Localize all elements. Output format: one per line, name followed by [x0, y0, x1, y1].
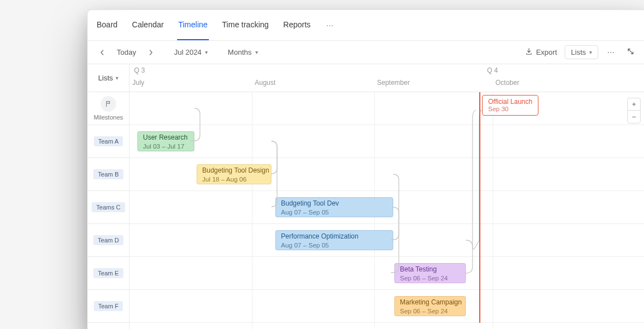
minus-icon: −	[632, 113, 636, 121]
task-bar[interactable]: Marketing CampaignSep 06 – Sep 24	[394, 296, 466, 316]
expand-icon	[627, 47, 635, 57]
list-row-header[interactable]: Team F	[88, 290, 129, 323]
view-tab-time-tracking[interactable]: Time tracking	[221, 10, 270, 40]
chevron-down-icon: ▾	[589, 49, 592, 55]
list-row-header[interactable]: Teams C	[88, 191, 129, 224]
today-button[interactable]: Today	[113, 46, 140, 59]
task-bar-dates: Sep 06 – Sep 24	[400, 274, 460, 283]
time-axis-header: Q 3Q 4JulyAugustSeptemberOctober	[130, 64, 644, 92]
next-button[interactable]	[144, 46, 158, 59]
plus-icon: +	[632, 100, 636, 108]
more-icon: ⋯	[326, 21, 333, 30]
month-label: July	[132, 79, 144, 87]
task-bar-dates: Jul 18 – Aug 06	[202, 175, 266, 184]
task-bar[interactable]: Budgeting Tool DevAug 07 – Sep 05	[275, 197, 393, 217]
chevron-down-icon: ▾	[205, 49, 208, 55]
fullscreen-button[interactable]	[623, 45, 638, 60]
lists-filter-label: Lists	[571, 48, 586, 56]
chevron-down-icon: ▾	[116, 75, 118, 81]
download-icon	[525, 47, 533, 57]
milestones-row-header: Milestones	[88, 92, 129, 125]
milestone-marker	[479, 92, 480, 323]
month-label: October	[495, 79, 519, 87]
more-options-button[interactable]: ⋯	[603, 45, 618, 60]
task-bar-dates: Jul 03 – Jul 17	[143, 142, 189, 151]
tabs-more-button[interactable]: ⋯	[324, 21, 336, 30]
date-selector[interactable]: Jul 2024 ▾	[171, 46, 211, 59]
view-tab-reports[interactable]: Reports	[282, 10, 312, 40]
milestones-row	[130, 92, 644, 125]
view-tab-label: Calendar	[132, 20, 164, 29]
quarter-label: Q 3	[134, 66, 145, 74]
view-tab-board[interactable]: Board	[96, 10, 118, 40]
milestone-date: Sep 30	[488, 106, 532, 112]
chevron-down-icon: ▾	[255, 49, 258, 55]
lists-filter-button[interactable]: Lists ▾	[565, 45, 598, 59]
view-tab-timeline[interactable]: Timeline	[177, 10, 208, 40]
task-bar[interactable]: Performance OptimizationAug 07 – Sep 05	[275, 230, 393, 250]
timeline-row: Marketing CampaignSep 06 – Sep 24	[130, 290, 644, 323]
task-bar-dates: Sep 06 – Sep 24	[400, 307, 460, 316]
view-tabs: BoardCalendarTimelineTime trackingReport…	[88, 10, 644, 41]
list-name-pill: Team B	[93, 169, 123, 179]
flag-icon	[101, 96, 116, 112]
list-name-pill: Team F	[94, 301, 123, 311]
timeline-row: Performance OptimizationAug 07 – Sep 05	[130, 224, 644, 257]
view-tab-label: Time tracking	[222, 20, 269, 29]
task-bar[interactable]: User ResearchJul 03 – Jul 17	[137, 131, 194, 151]
task-bar[interactable]: Budgeting Tool DesignJul 18 – Aug 06	[197, 164, 271, 184]
view-tab-label: Timeline	[178, 20, 207, 29]
task-bar-title: Beta Testing	[400, 265, 460, 274]
zoom-in-button[interactable]: +	[628, 98, 640, 111]
view-tab-calendar[interactable]: Calendar	[131, 10, 165, 40]
timeline-row: Budgeting Tool DevAug 07 – Sep 05	[130, 191, 644, 224]
timeline-row: Beta TestingSep 06 – Sep 24	[130, 257, 644, 290]
view-tab-label: Reports	[283, 20, 311, 29]
export-button[interactable]: Export	[522, 45, 561, 59]
list-row-header[interactable]: Team E	[88, 257, 129, 290]
milestones-label: Milestones	[94, 114, 123, 121]
list-name-pill: Team E	[93, 268, 123, 278]
list-row-header[interactable]: Team A	[88, 125, 129, 158]
view-tab-label: Board	[97, 20, 117, 29]
export-button-label: Export	[536, 48, 557, 56]
timeline-rows: User ResearchJul 03 – Jul 17Budgeting To…	[130, 92, 644, 329]
date-selector-label: Jul 2024	[174, 48, 202, 56]
timeline-window: BoardCalendarTimelineTime trackingReport…	[87, 9, 644, 329]
zoom-out-button[interactable]: −	[628, 111, 640, 123]
list-name-pill: Team A	[94, 136, 123, 146]
scale-selector[interactable]: Months ▾	[225, 46, 261, 59]
timeline-chart[interactable]: Q 3Q 4JulyAugustSeptemberOctober Officia…	[130, 64, 644, 329]
lists-dropdown[interactable]: Lists ▾	[88, 64, 129, 92]
month-label: September	[377, 79, 410, 87]
list-name-pill: Team D	[93, 235, 123, 245]
timeline-row: User ResearchJul 03 – Jul 17	[130, 125, 644, 158]
toolbar: Today Jul 2024 ▾ Months ▾ Export	[88, 41, 644, 64]
list-name-pill: Teams C	[92, 202, 125, 212]
timeline-row: Budgeting Tool DesignJul 18 – Aug 06	[130, 158, 644, 191]
scale-selector-label: Months	[228, 48, 252, 56]
task-bar-title: Budgeting Tool Design	[202, 166, 266, 175]
today-button-label: Today	[117, 48, 136, 56]
task-bar-dates: Aug 07 – Sep 05	[281, 241, 388, 250]
timeline-grid: Lists ▾ Milestones Team ATeam BTeams CTe…	[88, 64, 644, 329]
task-bar-title: Marketing Campaign	[400, 298, 460, 307]
list-row-header[interactable]: Team B	[88, 158, 129, 191]
milestone-title: Official Launch	[488, 98, 532, 106]
task-bar-dates: Aug 07 – Sep 05	[281, 208, 388, 217]
list-row-header[interactable]: Team D	[88, 224, 129, 257]
month-label: August	[255, 79, 275, 87]
lists-dropdown-label: Lists	[98, 74, 113, 82]
task-bar-title: Budgeting Tool Dev	[281, 199, 388, 208]
milestone-card[interactable]: Official Launch Sep 30	[482, 95, 538, 116]
task-bar-title: User Research	[143, 133, 189, 142]
more-icon: ⋯	[607, 48, 614, 56]
quarter-label: Q 4	[487, 66, 498, 74]
zoom-controls: + −	[627, 98, 641, 123]
task-bar-title: Performance Optimization	[281, 232, 388, 241]
list-sidebar: Lists ▾ Milestones Team ATeam BTeams CTe…	[88, 64, 130, 329]
prev-button[interactable]	[96, 46, 109, 59]
task-bar[interactable]: Beta TestingSep 06 – Sep 24	[394, 263, 466, 283]
